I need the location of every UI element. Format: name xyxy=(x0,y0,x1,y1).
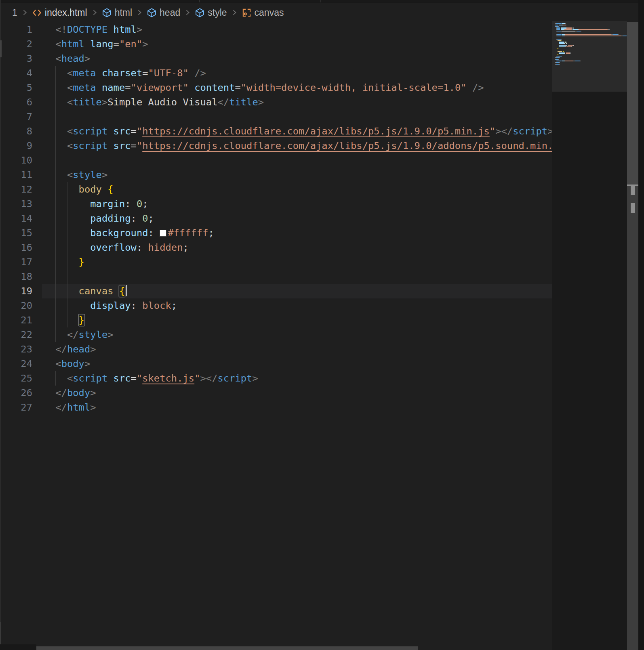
code-line[interactable]: 14padding: 0; xyxy=(0,211,552,226)
code-token: padding xyxy=(90,213,130,224)
breadcrumb: 1index.htmlhtmlheadstylecanvas xyxy=(0,3,638,22)
code-token: ; xyxy=(183,242,189,253)
code-line[interactable]: 8<script src="https://cdnjs.cloudflare.c… xyxy=(0,124,552,138)
line-number[interactable]: 7 xyxy=(0,109,32,124)
code-line[interactable]: 23</head> xyxy=(0,342,552,356)
code-token: { xyxy=(107,184,113,195)
line-number[interactable]: 5 xyxy=(0,80,32,95)
line-number[interactable]: 2 xyxy=(0,37,32,51)
line-number[interactable]: 19 xyxy=(0,284,32,298)
line-number[interactable]: 8 xyxy=(0,124,32,138)
code-text: margin: 0; xyxy=(90,197,148,211)
code-line[interactable]: 9<script src="https://cdnjs.cloudflare.c… xyxy=(0,138,552,153)
code-editor[interactable]: 1<!DOCTYPE html>2<html lang="en">3<head>… xyxy=(0,22,552,650)
minimap-line xyxy=(555,63,627,65)
line-number[interactable]: 4 xyxy=(0,66,32,80)
code-line[interactable]: 12body { xyxy=(0,182,552,197)
line-number[interactable]: 26 xyxy=(0,386,32,400)
line-number[interactable]: 22 xyxy=(0,327,32,342)
line-number[interactable]: 18 xyxy=(0,269,32,284)
code-line[interactable]: 22</style> xyxy=(0,327,552,342)
code-line[interactable]: 24<body> xyxy=(0,356,552,371)
code-line[interactable]: 10 xyxy=(0,153,552,168)
scrollbar-mark-t-stem xyxy=(631,186,635,195)
line-number[interactable]: 3 xyxy=(0,51,32,66)
line-number[interactable]: 11 xyxy=(0,168,32,182)
code-line[interactable]: 26</body> xyxy=(0,386,552,400)
code-line[interactable]: 13margin: 0; xyxy=(0,197,552,211)
breadcrumb-item-html[interactable]: html xyxy=(102,7,132,18)
code-text: </html> xyxy=(55,400,96,415)
code-text: } xyxy=(79,313,84,327)
code-token: > xyxy=(84,53,90,64)
indent-guide xyxy=(55,269,56,284)
code-token: </ xyxy=(217,96,229,108)
vertical-scrollbar[interactable] xyxy=(627,22,638,650)
line-number[interactable]: 9 xyxy=(0,138,32,153)
line-number[interactable]: 1 xyxy=(0,22,32,37)
line-number[interactable]: 20 xyxy=(0,298,32,313)
chevron-right-icon xyxy=(136,8,143,17)
indent-guide xyxy=(79,240,79,255)
code-token: " xyxy=(490,126,495,137)
line-number[interactable]: 27 xyxy=(0,400,32,415)
code-token: body xyxy=(67,387,90,398)
code-token: DOCTYPE xyxy=(67,24,107,35)
vertical-scrollbar-thumb[interactable] xyxy=(627,22,638,185)
line-number[interactable]: 17 xyxy=(0,255,32,269)
code-line[interactable]: 21} xyxy=(0,313,552,327)
line-number[interactable]: 24 xyxy=(0,356,32,371)
breadcrumb-item-canvas[interactable]: canvas xyxy=(242,7,284,18)
code-line[interactable]: 7 xyxy=(0,109,552,124)
minimap[interactable] xyxy=(552,22,627,644)
code-line[interactable]: 25<script src="sketch.js"></script> xyxy=(0,371,552,386)
code-token: https://cdnjs.cloudflare.com/ajax/libs/p… xyxy=(142,140,552,151)
code-token: src xyxy=(114,373,131,384)
breadcrumb-item-head[interactable]: head xyxy=(147,7,180,18)
code-line[interactable]: 18 xyxy=(0,269,552,284)
code-line[interactable]: 5<meta name="viewport" content="width=de… xyxy=(0,80,552,95)
code-line[interactable]: 16overflow: hidden; xyxy=(0,240,552,255)
indent-guide xyxy=(55,226,56,240)
breadcrumb-label: 1 xyxy=(12,7,17,18)
code-token: " xyxy=(194,373,200,384)
code-token: script xyxy=(217,373,252,384)
breadcrumb-item-index-html[interactable]: index.html xyxy=(32,7,87,18)
code-line[interactable]: 11<style> xyxy=(0,168,552,182)
code-line[interactable]: 15background: #ffffff; xyxy=(0,226,552,240)
code-text: <html lang="en"> xyxy=(55,37,148,51)
line-number[interactable]: 23 xyxy=(0,342,32,356)
line-number[interactable]: 14 xyxy=(0,211,32,226)
code-line[interactable]: 4<meta charset="UTF-8" /> xyxy=(0,66,552,80)
code-line[interactable]: 19canvas { xyxy=(0,284,552,298)
code-token xyxy=(114,285,119,297)
code-token xyxy=(467,82,472,93)
code-line[interactable]: 27</html> xyxy=(0,400,552,415)
line-number[interactable]: 25 xyxy=(0,371,32,386)
breadcrumb-item-style[interactable]: style xyxy=(195,7,227,18)
line-number[interactable]: 13 xyxy=(0,197,32,211)
horizontal-scrollbar-thumb[interactable] xyxy=(36,646,418,650)
code-token: " xyxy=(137,373,142,384)
line-number[interactable]: 12 xyxy=(0,182,32,197)
chevron-right-icon xyxy=(21,8,28,17)
code-line[interactable]: 20display: block; xyxy=(0,298,552,313)
color-swatch[interactable] xyxy=(160,230,166,237)
code-token: > xyxy=(547,126,552,137)
code-text: <head> xyxy=(55,51,90,66)
code-line[interactable]: 2<html lang="en"> xyxy=(0,37,552,51)
line-number[interactable]: 15 xyxy=(0,226,32,240)
code-line[interactable]: 3<head> xyxy=(0,51,552,66)
code-line[interactable]: 1<!DOCTYPE html> xyxy=(0,22,552,37)
code-token xyxy=(107,24,113,35)
text-cursor xyxy=(126,285,127,296)
code-line[interactable]: 17} xyxy=(0,255,552,269)
line-number[interactable]: 6 xyxy=(0,95,32,109)
line-number[interactable]: 10 xyxy=(0,153,32,168)
code-text: <style> xyxy=(67,168,107,182)
line-number[interactable]: 16 xyxy=(0,240,32,255)
code-line[interactable]: 6<title>Simple Audio Visual</title> xyxy=(0,95,552,109)
breadcrumb-item-1[interactable]: 1 xyxy=(12,7,17,18)
line-number[interactable]: 21 xyxy=(0,313,32,327)
indent-guide xyxy=(67,313,67,327)
